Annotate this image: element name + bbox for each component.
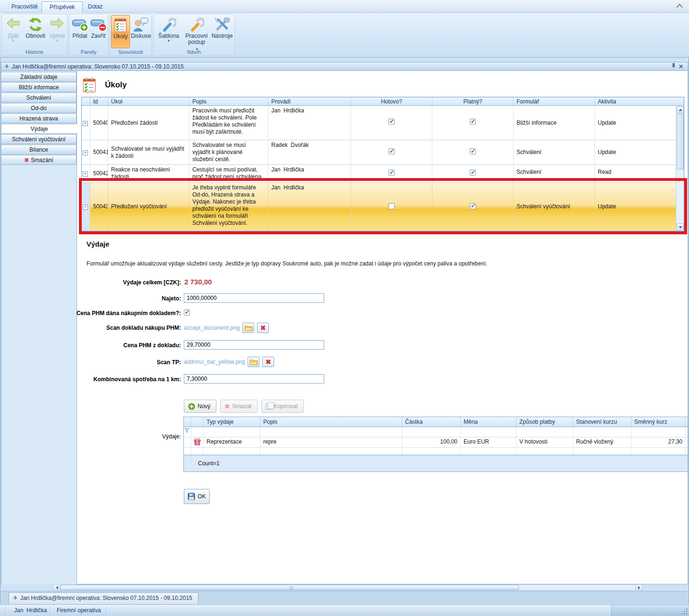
collapse-ribbon-icon[interactable] bbox=[676, 3, 684, 9]
sidebar-item-smazani[interactable]: ✖Smazání bbox=[1, 155, 77, 165]
sidebar-item-blizsi-informace[interactable]: Bližší informace bbox=[1, 82, 77, 92]
column-header-mena[interactable]: Měna bbox=[461, 417, 517, 427]
expense-toolbar: Nový ✖ Smazat Kopírovat bbox=[184, 400, 304, 413]
scroll-right-arrow[interactable] bbox=[636, 585, 642, 590]
ribbon-tab-bar: Pracoviště Příspěvek Dotaz bbox=[0, 0, 689, 13]
hotovo-checkbox[interactable] bbox=[388, 203, 395, 209]
expense-filter-row[interactable] bbox=[184, 427, 688, 437]
delete-x-icon: ✖ bbox=[224, 403, 230, 410]
gift-icon bbox=[194, 438, 201, 445]
document-title-bar: ✈ Jan Hrdlička@firemní operativa: Sloven… bbox=[1, 62, 688, 71]
phm-checkbox-label: Cena PHM dána nákupním dokladem?: bbox=[30, 310, 181, 317]
new-expense-button[interactable]: Nový bbox=[184, 400, 216, 413]
scan-dokladu-label: Scan dokladu nákupu PHM: bbox=[30, 325, 181, 331]
najeto-input[interactable] bbox=[184, 293, 324, 303]
column-header-formular[interactable]: Formulář bbox=[514, 97, 595, 105]
expenses-description: Formulář umožňuje aktualizovat výdaje sl… bbox=[86, 260, 630, 267]
scrollbar-thumb[interactable] bbox=[60, 585, 519, 590]
sidebar-item-zakladni-udaje[interactable]: Základní údaje bbox=[1, 72, 77, 82]
column-header-platny[interactable]: Platný? bbox=[432, 97, 514, 105]
tools-button[interactable]: Nástroje bbox=[210, 15, 234, 48]
column-header-popis[interactable]: Popis bbox=[189, 97, 268, 105]
column-header-castka[interactable]: Částka bbox=[402, 417, 461, 427]
table-row-highlighted[interactable]: + 50043 Předložení vyúčtování Je třeba v… bbox=[82, 183, 684, 231]
expand-icon[interactable]: + bbox=[83, 205, 88, 210]
horizontal-scrollbar[interactable] bbox=[53, 584, 642, 590]
table-row[interactable]: + 50042 Reakce na neschválení žádosti Ce… bbox=[82, 165, 684, 183]
spotreba-input[interactable] bbox=[184, 374, 324, 384]
refresh-button[interactable]: Obnovit bbox=[25, 15, 46, 48]
scroll-up-arrow[interactable] bbox=[677, 106, 684, 113]
expense-row[interactable]: Reprezentace repre 100,00 Euro EUR V hot… bbox=[184, 437, 688, 448]
column-header-zpusob-platby[interactable]: Způsob platby bbox=[517, 417, 573, 427]
back-arrow-icon bbox=[3, 17, 24, 33]
spotreba-label: Kombinovaná spotřeba na 1 km: bbox=[30, 376, 181, 383]
workflow-button[interactable]: Pracovní postup▼ bbox=[183, 15, 210, 48]
table-row[interactable]: + 50041 Schvalovatel se musí vyjádřit k … bbox=[82, 140, 684, 165]
forward-button[interactable]: Vpřed ▼ bbox=[47, 15, 67, 48]
group-label-historie: Historie bbox=[2, 49, 67, 55]
close-panel-button[interactable]: Zavřít bbox=[89, 15, 107, 48]
column-header-popis[interactable]: Popis bbox=[260, 417, 402, 427]
scroll-down-arrow[interactable] bbox=[677, 223, 684, 231]
tasks-button[interactable]: Úkoly bbox=[111, 15, 130, 48]
sidebar-item-bilance[interactable]: Bilance bbox=[1, 145, 77, 154]
group-label-navrh: Návrh bbox=[154, 49, 234, 55]
remove-file-button[interactable]: ✖ bbox=[262, 357, 274, 367]
tasks-title-icon bbox=[82, 77, 96, 94]
phm-checkbox[interactable] bbox=[184, 309, 190, 316]
expand-icon[interactable]: + bbox=[83, 150, 88, 155]
browse-file-button[interactable] bbox=[248, 357, 259, 367]
column-header-stanoveni-kurzu[interactable]: Stanovení kurzu bbox=[573, 417, 631, 427]
platny-checkbox[interactable] bbox=[470, 119, 476, 125]
resize-grip-area[interactable] bbox=[611, 605, 689, 616]
platny-checkbox[interactable] bbox=[470, 203, 476, 209]
delete-expense-button[interactable]: ✖ Smazat bbox=[220, 400, 258, 413]
copy-expense-button[interactable]: Kopírovat bbox=[261, 400, 304, 413]
scrollbar-thumb[interactable] bbox=[677, 114, 684, 170]
expand-icon[interactable]: + bbox=[83, 121, 88, 126]
column-header-smenny-kurz[interactable]: Směnný kurz bbox=[631, 417, 686, 427]
column-header-hotovo[interactable]: Hotovo? bbox=[351, 97, 432, 105]
discussion-button[interactable]: Diskuse bbox=[131, 15, 151, 48]
document-tab[interactable]: ✈ Jan Hrdlička@firemní operativa: Sloven… bbox=[9, 592, 198, 604]
ok-button[interactable]: OK bbox=[184, 489, 210, 504]
remove-file-button[interactable]: ✖ bbox=[257, 323, 269, 333]
sidebar-item-schvaleni[interactable]: Schválení bbox=[1, 93, 77, 103]
column-header-id[interactable]: Id bbox=[90, 97, 108, 105]
vertical-scrollbar[interactable] bbox=[676, 106, 684, 231]
close-icon[interactable]: ✕ bbox=[677, 63, 685, 70]
template-button[interactable]: Šablona ▼ bbox=[155, 15, 182, 48]
expand-icon[interactable]: + bbox=[83, 171, 88, 177]
scan-dokladu-file-link[interactable]: accept_document.png bbox=[184, 325, 240, 331]
column-header-aktivita[interactable]: Aktivita bbox=[595, 97, 684, 105]
sidebar-item-schvaleni-vyuctovani[interactable]: Schválení vyúčtování bbox=[1, 134, 77, 144]
cena-phm-input[interactable] bbox=[184, 340, 324, 350]
table-row[interactable]: + 50040 Předložení žádosti Pracovník mus… bbox=[82, 106, 684, 140]
ribbon-group-souvislosti: Úkoly Diskuse Souvislosti bbox=[110, 14, 152, 56]
platny-checkbox[interactable] bbox=[470, 148, 476, 154]
add-panel-button[interactable]: Přidat bbox=[70, 15, 89, 48]
scroll-left-arrow[interactable] bbox=[54, 585, 60, 590]
back-button[interactable]: Zpět ▼ bbox=[3, 15, 24, 48]
tab-dotaz[interactable]: Dotaz bbox=[80, 1, 110, 13]
total-label: Výdaje celkem [CZK]: bbox=[30, 279, 181, 286]
scan-tp-file-link[interactable]: address_bar_yellow.png bbox=[184, 359, 245, 365]
hotovo-checkbox[interactable] bbox=[388, 119, 395, 125]
hotovo-checkbox[interactable] bbox=[388, 170, 395, 176]
platny-checkbox[interactable] bbox=[470, 170, 476, 176]
tab-prispevek[interactable]: Příspěvek bbox=[42, 1, 83, 13]
browse-file-button[interactable] bbox=[242, 323, 254, 333]
refresh-icon bbox=[25, 17, 46, 33]
sidebar-item-vydaje[interactable]: Výdaje bbox=[1, 124, 78, 134]
hotovo-checkbox[interactable] bbox=[388, 148, 395, 154]
najeto-label: Najeto: bbox=[30, 295, 181, 302]
pin-icon[interactable] bbox=[670, 63, 677, 70]
column-header-ukol[interactable]: Úkol bbox=[108, 97, 189, 105]
sidebar-item-od-do[interactable]: Od-do bbox=[1, 103, 77, 113]
column-header-provadi[interactable]: Provádí bbox=[268, 97, 351, 105]
sidebar-item-hrazena-strava[interactable]: Hrazená strava bbox=[1, 113, 77, 123]
tab-pracoviste[interactable]: Pracoviště bbox=[4, 1, 45, 13]
status-bar: Jan Hrdlička Firemní operativa bbox=[0, 604, 689, 616]
column-header-typ-vydaje[interactable]: Typ výdaje bbox=[204, 417, 260, 427]
